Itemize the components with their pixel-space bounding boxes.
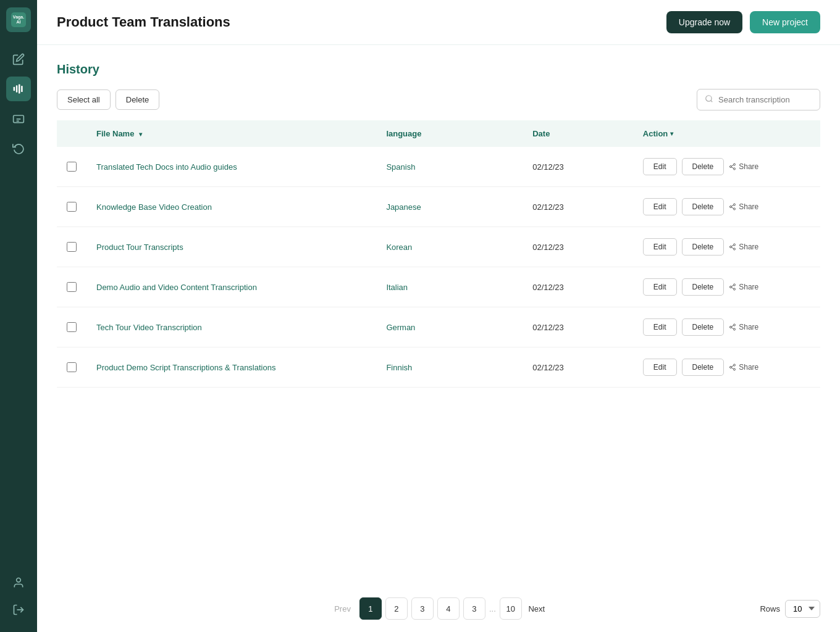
action-sort-icon[interactable]: ▾ — [670, 130, 673, 137]
svg-line-26 — [732, 245, 734, 246]
filename-link-2[interactable]: Product Tour Transcripts — [96, 243, 183, 252]
page-button-2[interactable]: 2 — [385, 597, 408, 620]
page-button-4[interactable]: 4 — [437, 597, 460, 620]
user-icon[interactable] — [6, 570, 31, 595]
search-input[interactable] — [718, 95, 812, 104]
svg-rect-6 — [21, 86, 22, 92]
search-box[interactable] — [697, 89, 820, 110]
row-language-0: Spanish — [376, 147, 523, 187]
row-filename-1: Knowledge Base Video Creation — [86, 187, 376, 227]
row-actions-3: Edit Delete Share — [633, 267, 820, 307]
delete-button-3[interactable]: Delete — [682, 278, 724, 296]
header-filename-col[interactable]: File Name ▾ — [86, 120, 376, 147]
upgrade-button[interactable]: Upgrade now — [666, 11, 742, 33]
logout-icon[interactable] — [6, 597, 31, 622]
share-button-3[interactable]: Share — [729, 283, 758, 291]
page-button-5[interactable]: 3 — [463, 597, 485, 620]
language-header-label: language — [386, 129, 421, 138]
row-checkbox-4 — [57, 307, 86, 347]
page-button-10[interactable]: 10 — [500, 597, 522, 620]
edit-button-4[interactable]: Edit — [643, 318, 677, 336]
filename-link-1[interactable]: Knowledge Base Video Creation — [96, 202, 212, 212]
svg-point-34 — [734, 328, 736, 330]
filename-link-5[interactable]: Product Demo Script Transcriptions & Tra… — [96, 363, 275, 372]
audio-icon[interactable] — [6, 77, 31, 101]
prev-button[interactable]: Prev — [329, 597, 356, 620]
row-filename-5: Product Demo Script Transcriptions & Tra… — [86, 347, 376, 388]
edit-button-2[interactable]: Edit — [643, 238, 677, 256]
rows-selector: Rows 10 20 50 — [760, 600, 820, 618]
row-checkbox-input-3[interactable] — [67, 282, 77, 292]
delete-button-4[interactable]: Delete — [682, 318, 724, 336]
date-text-1: 02/12/23 — [532, 202, 564, 212]
row-filename-0: Translated Tech Docs into Audio guides — [86, 147, 376, 187]
delete-toolbar-button[interactable]: Delete — [116, 89, 160, 110]
delete-button-2[interactable]: Delete — [682, 238, 724, 256]
edit-button-3[interactable]: Edit — [643, 278, 677, 296]
rows-select[interactable]: 10 20 50 — [785, 600, 820, 618]
filename-link-4[interactable]: Tech Tour Video Transcription — [96, 323, 202, 332]
row-filename-4: Tech Tour Video Transcription — [86, 307, 376, 347]
page-button-1[interactable]: 1 — [359, 597, 382, 620]
pagination-bar: Prev 1 2 3 4 3 ... 10 Next Rows 10 20 50 — [37, 585, 840, 632]
new-project-button[interactable]: New project — [750, 11, 820, 33]
edit-button-0[interactable]: Edit — [643, 158, 677, 175]
svg-point-27 — [734, 284, 736, 286]
share-button-1[interactable]: Share — [729, 202, 758, 211]
svg-text:AI: AI — [17, 20, 21, 24]
row-checkbox-3 — [57, 267, 86, 307]
header-action-col[interactable]: Action ▾ — [633, 120, 820, 147]
content-area: History Select all Delete — [37, 45, 840, 585]
svg-point-39 — [734, 368, 736, 370]
delete-button-1[interactable]: Delete — [682, 198, 724, 215]
share-button-0[interactable]: Share — [729, 162, 758, 171]
page-button-3[interactable]: 3 — [411, 597, 434, 620]
row-date-0: 02/12/23 — [523, 147, 633, 187]
toolbar: Select all Delete — [57, 89, 820, 110]
row-actions-5: Edit Delete Share — [633, 347, 820, 388]
row-checkbox-input-4[interactable] — [67, 322, 77, 332]
language-text-5: Finnish — [386, 363, 412, 372]
header-language-col: language — [376, 120, 523, 147]
row-checkbox-1 — [57, 187, 86, 227]
edit-icon[interactable] — [6, 47, 31, 72]
svg-rect-5 — [19, 85, 20, 94]
history-icon[interactable] — [6, 136, 31, 160]
svg-point-10 — [706, 96, 712, 101]
captions-icon[interactable] — [6, 106, 31, 131]
share-button-5[interactable]: Share — [729, 363, 758, 372]
svg-point-22 — [734, 244, 736, 246]
date-text-2: 02/12/23 — [532, 243, 564, 252]
table-row: Demo Audio and Video Content Transcripti… — [57, 267, 820, 307]
edit-button-1[interactable]: Edit — [643, 198, 677, 215]
share-button-4[interactable]: Share — [729, 323, 758, 331]
date-text-0: 02/12/23 — [532, 162, 564, 172]
row-language-4: German — [376, 307, 523, 347]
row-checkbox-input-0[interactable] — [67, 162, 77, 172]
svg-line-16 — [732, 165, 734, 166]
filename-link-0[interactable]: Translated Tech Docs into Audio guides — [96, 162, 237, 172]
filename-sort-icon[interactable]: ▾ — [139, 131, 142, 138]
svg-line-30 — [732, 288, 734, 289]
share-button-2[interactable]: Share — [729, 243, 758, 251]
row-checkbox-input-1[interactable] — [67, 202, 77, 212]
edit-button-5[interactable]: Edit — [643, 359, 677, 376]
language-text-4: German — [386, 323, 415, 332]
row-date-5: 02/12/23 — [523, 347, 633, 388]
select-all-button[interactable]: Select all — [57, 89, 111, 110]
section-title: History — [57, 62, 820, 77]
row-language-5: Finnish — [376, 347, 523, 388]
svg-point-32 — [734, 324, 736, 326]
next-button[interactable]: Next — [526, 597, 548, 620]
filename-link-3[interactable]: Demo Audio and Video Content Transcripti… — [96, 283, 257, 292]
row-language-3: Italian — [376, 267, 523, 307]
row-actions-4: Edit Delete Share — [633, 307, 820, 347]
row-filename-2: Product Tour Transcripts — [86, 227, 376, 267]
language-text-1: Japanese — [386, 202, 421, 212]
action-header-label: Action — [643, 129, 668, 138]
delete-button-5[interactable]: Delete — [682, 359, 724, 376]
delete-button-0[interactable]: Delete — [682, 158, 724, 175]
row-checkbox-input-5[interactable] — [67, 362, 77, 372]
row-checkbox-input-2[interactable] — [67, 242, 77, 252]
svg-point-14 — [734, 168, 736, 170]
